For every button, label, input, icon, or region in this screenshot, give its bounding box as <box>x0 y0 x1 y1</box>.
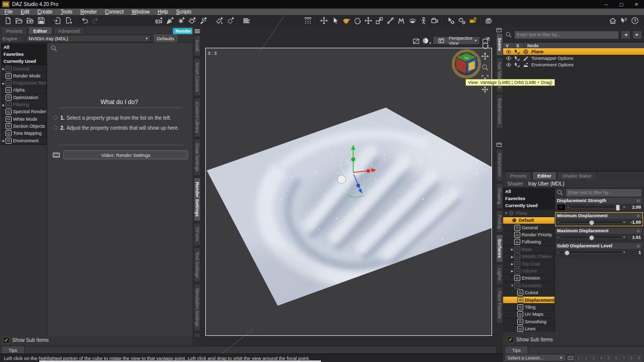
surface-group-plane[interactable]: ▼Plane <box>503 210 554 217</box>
surface-group-all[interactable]: All <box>503 188 554 195</box>
menu-connect[interactable]: Connect <box>102 9 127 15</box>
dock-tab-parameters[interactable]: Parameters <box>496 149 503 182</box>
surfaces-tab-shader-baker[interactable]: Shader Baker <box>557 171 597 179</box>
close-button[interactable]: ✕ <box>629 0 644 9</box>
menu-render[interactable]: Render <box>77 9 101 15</box>
expand-arrow-icon[interactable]: ▼ <box>504 212 508 215</box>
surface-group-top-coat[interactable]: ▶GTop Coat <box>503 260 554 267</box>
render-tab-editor[interactable]: Editor <box>28 27 52 35</box>
lesson-number-9[interactable]: 9 <box>635 354 642 361</box>
plane-node-icon[interactable] <box>523 49 529 55</box>
slider-track[interactable] <box>561 235 621 240</box>
lesson-number-5[interactable]: 5 <box>605 354 612 361</box>
scene-grid-button[interactable] <box>303 16 313 26</box>
rotate-tool-button[interactable] <box>341 16 351 26</box>
chevron-down-icon[interactable]: ▼ <box>429 42 432 45</box>
gear-icon[interactable] <box>635 213 641 219</box>
surface-group-emission[interactable]: GEmission <box>503 275 554 282</box>
pane-menu-icon[interactable] <box>496 27 502 33</box>
dock-tab-smart-content[interactable]: Smart Content <box>194 58 201 96</box>
expand-arrow-icon[interactable]: ▶ <box>2 67 6 70</box>
slider-handle[interactable] <box>589 220 594 225</box>
decrement-button[interactable]: - <box>557 235 559 240</box>
property-value[interactable]: 2.00 <box>627 205 641 210</box>
surface-group-cutout[interactable]: GCutout <box>503 289 554 296</box>
render-button[interactable]: Render <box>173 28 193 35</box>
expand-arrow-icon[interactable]: ▶ <box>2 139 6 142</box>
check-icon[interactable]: ✓ <box>507 336 514 343</box>
expand-arrow-icon[interactable]: ▶ <box>510 262 514 265</box>
gear-icon[interactable] <box>635 198 641 204</box>
lesson-number-2[interactable]: 2 <box>583 354 590 361</box>
pointer-gear-button[interactable] <box>446 16 456 26</box>
menu-edit[interactable]: Edit <box>17 9 33 15</box>
increment-button[interactable]: + <box>623 235 625 240</box>
undo-button[interactable] <box>79 16 90 26</box>
visibility-eye-icon[interactable] <box>506 62 512 68</box>
texture-map-button[interactable] <box>557 204 566 211</box>
surface-group-displacement[interactable]: GDisplacement <box>503 297 554 304</box>
render-group-favorites[interactable]: Favorites <box>2 51 46 58</box>
aspect-frame-icon[interactable] <box>413 38 420 45</box>
render-group-general[interactable]: ▶GGeneral <box>2 65 46 72</box>
bone-tool-button[interactable] <box>385 16 395 26</box>
redo-button[interactable] <box>91 16 101 26</box>
home-button[interactable]: DS <box>608 16 618 26</box>
surface-group-general[interactable]: GGeneral <box>503 224 554 231</box>
property-value[interactable]: 1.01 <box>627 235 641 240</box>
pan-view-icon[interactable] <box>481 52 489 60</box>
expand-arrow-icon[interactable]: ▼ <box>507 219 511 222</box>
new-null-button[interactable] <box>225 16 235 26</box>
render-group-filtering[interactable]: ▶GFiltering <box>2 101 46 108</box>
scene-node-plane[interactable]: Plane <box>503 48 644 55</box>
dock-tab-draw-settings[interactable]: Draw Settings <box>194 139 201 176</box>
render-group-progressive-rend[interactable]: ▶GProgressive Rend... <box>2 79 46 86</box>
scene-node-environment-options[interactable]: Environment Options <box>503 62 644 68</box>
show-sub-items-right[interactable]: ✓ Show Sub Items <box>507 336 553 343</box>
save-file-button[interactable] <box>36 16 46 26</box>
new-point-light-button[interactable] <box>176 16 186 26</box>
dock-tab-tool-settings[interactable]: Tool Settings <box>194 247 201 283</box>
video-render-settings-button[interactable]: Video: Render Settings <box>63 150 188 159</box>
selectable-icon[interactable] <box>514 55 520 61</box>
figure-tool-button[interactable] <box>419 16 429 26</box>
environment-node-icon[interactable] <box>523 62 529 68</box>
menu-scripts[interactable]: Scripts <box>173 9 195 15</box>
surface-group-following[interactable]: GFollowing <box>503 239 554 246</box>
surfaces-tab-presets[interactable]: Presets <box>505 171 531 179</box>
minimize-button[interactable]: ─ <box>599 0 614 9</box>
render-group-tone-mapping[interactable]: GTone Mapping <box>2 130 46 137</box>
import-file-button[interactable] <box>52 16 62 26</box>
pane-menu-icon[interactable] <box>496 142 502 148</box>
menu-create[interactable]: Create <box>34 9 56 15</box>
selectable-icon[interactable] <box>514 62 520 68</box>
expand-arrow-icon[interactable]: ▶ <box>2 103 6 107</box>
slider-track[interactable] <box>561 250 621 255</box>
surface-group-render-priority[interactable]: GRender Priority <box>503 231 554 238</box>
surface-group-currently-used[interactable]: Currently Used <box>503 203 554 210</box>
zoom-view-icon[interactable] <box>481 63 489 71</box>
lesson-number-1[interactable]: 1 <box>575 354 582 361</box>
new-ambient-light-button[interactable] <box>187 16 197 26</box>
slider-handle[interactable] <box>565 250 570 255</box>
menu-help[interactable]: Help <box>154 9 172 15</box>
surface-group-volume[interactable]: ▶GVolume <box>503 267 554 275</box>
dock-tab-simulation-settings[interactable]: Simulation Settings <box>194 284 201 331</box>
increment-button[interactable]: + <box>623 205 625 210</box>
show-sub-items-left[interactable]: ✓ Show Sub Items <box>3 337 49 343</box>
render-group-white-mode[interactable]: GWhite Mode <box>2 116 46 123</box>
dock-tab-scene[interactable]: Scene <box>496 33 503 56</box>
defaults-button[interactable]: Defaults <box>154 35 177 42</box>
dock-tab-lights[interactable]: Lights <box>496 264 503 285</box>
dock-tab-install[interactable]: Install <box>194 35 201 56</box>
tips-tab-right[interactable]: Tips <box>505 346 528 354</box>
translate-tool-button[interactable] <box>363 16 373 26</box>
gear-icon[interactable] <box>635 228 641 234</box>
property-value[interactable]: 1 <box>627 250 641 255</box>
dock-tab-content-library[interactable]: Content Library <box>194 98 201 138</box>
lesson-number-3[interactable]: 3 <box>590 354 597 361</box>
render-group-currently-used[interactable]: Currently Used <box>2 58 46 65</box>
open-file-button[interactable] <box>14 16 24 26</box>
surface-group-base[interactable]: ▶GBase <box>503 246 554 253</box>
expand-arrow-icon[interactable]: ▶ <box>2 81 6 85</box>
